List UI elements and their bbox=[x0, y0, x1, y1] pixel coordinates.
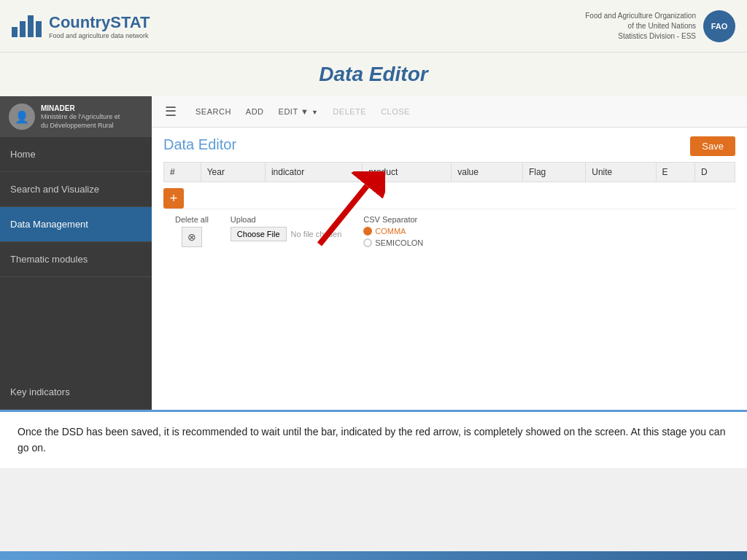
col-indicator: indicator bbox=[265, 163, 362, 182]
csv-comma-radio[interactable] bbox=[363, 227, 372, 236]
main-content: 👤 MINADER Ministère de l'Agriculture et … bbox=[0, 96, 747, 410]
save-button[interactable]: Save bbox=[690, 136, 735, 156]
sidebar-item-home[interactable]: Home bbox=[0, 137, 152, 172]
sidebar: 👤 MINADER Ministère de l'Agriculture et … bbox=[0, 96, 152, 410]
logo-area: CountrySTAT Food and agriculture data ne… bbox=[12, 13, 150, 39]
delete-all-area: Delete all ⊗ bbox=[175, 215, 209, 247]
csv-comma-label: COMMA bbox=[375, 227, 406, 236]
col-unite: Unite bbox=[586, 163, 656, 182]
tagline: Food and agriculture data network bbox=[49, 32, 150, 39]
close-toolbar-button: CLOSE bbox=[375, 104, 416, 119]
delete-toolbar-button: DELETE bbox=[327, 104, 372, 119]
avatar: 👤 bbox=[9, 104, 35, 130]
bottom-controls: Delete all ⊗ Upload Choose File No file … bbox=[163, 209, 735, 253]
fao-text: Food and Agriculture Organization of the… bbox=[585, 11, 696, 42]
table-header-row: # Year indicator product value Flag Unit… bbox=[164, 163, 735, 182]
fao-area: Food and Agriculture Organization of the… bbox=[585, 10, 735, 42]
menu-button[interactable]: ☰ bbox=[160, 102, 181, 121]
upload-controls: Choose File No file chosen bbox=[231, 227, 341, 241]
bottom-bar bbox=[0, 551, 747, 560]
col-year: Year bbox=[201, 163, 265, 182]
col-value: value bbox=[452, 163, 523, 182]
org-title: MINADER bbox=[41, 104, 120, 113]
sidebar-item-search-visualize[interactable]: Search and Visualize bbox=[0, 172, 152, 207]
sidebar-item-key-indicators[interactable]: Key indicators bbox=[0, 375, 152, 410]
col-d: D bbox=[695, 163, 735, 182]
add-toolbar-button[interactable]: ADD bbox=[240, 104, 270, 119]
editor-area: Save Data Editor # Year indicator produc… bbox=[152, 128, 747, 410]
toolbar: ☰ SEARCH ADD EDIT ▼ DELETE CLOSE bbox=[152, 96, 747, 128]
edit-toolbar-button[interactable]: EDIT ▼ bbox=[273, 104, 325, 119]
sidebar-item-data-management[interactable]: Data Management bbox=[0, 207, 152, 242]
csv-comma-option[interactable]: COMMA bbox=[363, 227, 423, 236]
page-title: Data Editor bbox=[10, 63, 737, 86]
upload-area: Upload Choose File No file chosen bbox=[231, 215, 341, 241]
sidebar-header: 👤 MINADER Ministère de l'Agriculture et … bbox=[0, 96, 152, 137]
csv-semicolon-option[interactable]: SEMICOLON bbox=[363, 238, 423, 247]
col-flag: Flag bbox=[522, 163, 585, 182]
brand-name: CountrySTAT bbox=[49, 13, 150, 32]
col-hash: # bbox=[164, 163, 201, 182]
fao-logo: FAO bbox=[703, 10, 735, 42]
col-e: E bbox=[656, 163, 695, 182]
description-text: Once the DSD has been saved, it is recom… bbox=[18, 424, 729, 456]
no-file-text: No file chosen bbox=[291, 230, 342, 238]
csv-separator-label: CSV Separator bbox=[363, 215, 423, 224]
description-area: Once the DSD has been saved, it is recom… bbox=[0, 410, 747, 468]
page-title-area: Data Editor bbox=[0, 52, 747, 96]
header: CountrySTAT Food and agriculture data ne… bbox=[0, 0, 747, 52]
editor-title: Data Editor bbox=[163, 136, 735, 153]
data-table: # Year indicator product value Flag Unit… bbox=[163, 162, 735, 182]
sidebar-item-thematic-modules[interactable]: Thematic modules bbox=[0, 242, 152, 277]
delete-all-button[interactable]: ⊗ bbox=[182, 227, 202, 247]
csv-separator-area: CSV Separator COMMA SEMICOLON bbox=[363, 215, 423, 247]
csv-semicolon-label: SEMICOLON bbox=[375, 238, 423, 247]
sidebar-org-info: MINADER Ministère de l'Agriculture et du… bbox=[41, 104, 120, 130]
upload-label: Upload bbox=[231, 215, 341, 224]
logo-bars-icon bbox=[12, 15, 42, 37]
logo-text: CountrySTAT Food and agriculture data ne… bbox=[49, 13, 150, 39]
add-row-button[interactable]: + bbox=[163, 188, 184, 209]
csv-semicolon-radio[interactable] bbox=[363, 238, 372, 247]
col-product: product bbox=[363, 163, 452, 182]
delete-all-label: Delete all bbox=[175, 215, 209, 224]
search-toolbar-button[interactable]: SEARCH bbox=[190, 104, 237, 119]
content-panel: ☰ SEARCH ADD EDIT ▼ DELETE CLOSE Save Da… bbox=[152, 96, 747, 410]
choose-file-button[interactable]: Choose File bbox=[231, 227, 287, 241]
